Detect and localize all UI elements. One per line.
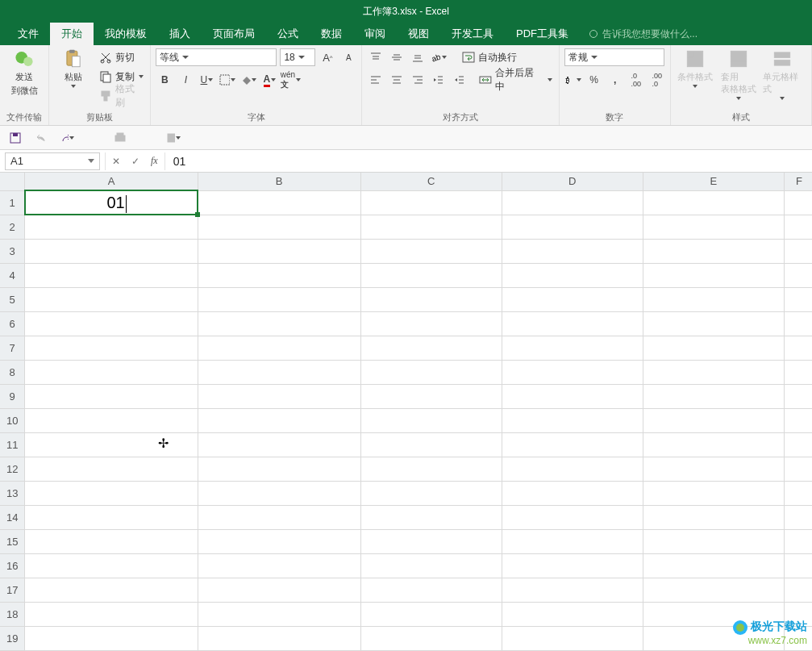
cell[interactable] <box>502 578 643 602</box>
save-button[interactable] <box>8 131 23 145</box>
cell[interactable] <box>643 529 784 553</box>
align-middle-button[interactable] <box>388 48 406 66</box>
confirm-entry-button[interactable]: ✓ <box>131 156 139 167</box>
cut-button[interactable]: 剪切 <box>98 48 146 66</box>
cell[interactable] <box>784 215 812 239</box>
cell[interactable] <box>643 384 784 408</box>
cell[interactable] <box>643 287 784 311</box>
cell[interactable] <box>784 263 812 287</box>
align-right-button[interactable] <box>409 71 427 89</box>
tab-mytemplates[interactable]: 我的模板 <box>94 23 158 45</box>
bold-button[interactable]: B <box>156 71 173 89</box>
name-box[interactable]: A1 <box>5 152 100 170</box>
cell[interactable] <box>198 578 360 602</box>
row-header[interactable]: 3 <box>0 239 25 263</box>
cell[interactable] <box>643 263 784 287</box>
row-header[interactable]: 16 <box>0 553 25 578</box>
cell[interactable] <box>784 529 812 553</box>
cell[interactable] <box>360 553 502 578</box>
cell[interactable] <box>198 215 360 239</box>
cell[interactable] <box>502 553 643 578</box>
cell[interactable] <box>360 626 502 650</box>
formula-input[interactable]: 01 <box>165 155 812 168</box>
cell[interactable] <box>25 432 198 457</box>
cell[interactable] <box>643 505 784 529</box>
row-header[interactable]: 5 <box>0 287 25 311</box>
decrease-font-button[interactable]: A <box>339 48 357 66</box>
row-header[interactable]: 15 <box>0 529 25 553</box>
row-header[interactable]: 18 <box>0 602 25 626</box>
format-as-table-button[interactable]: 套用 表格格式 <box>719 48 758 100</box>
cell[interactable] <box>784 457 812 481</box>
border-button[interactable] <box>219 71 236 89</box>
cell[interactable] <box>360 263 502 287</box>
align-bottom-button[interactable] <box>409 48 427 66</box>
cell[interactable] <box>784 578 812 602</box>
merge-center-button[interactable]: 合并后居中 <box>477 71 553 89</box>
cell[interactable] <box>25 360 198 384</box>
cell[interactable] <box>360 384 502 408</box>
font-color-button[interactable]: A <box>260 71 278 89</box>
cell[interactable] <box>784 360 812 384</box>
cell-styles-button[interactable]: 单元格样式 <box>763 48 802 100</box>
cell[interactable] <box>643 578 784 602</box>
cell[interactable] <box>643 190 784 215</box>
cell[interactable] <box>25 578 198 602</box>
cell[interactable] <box>198 457 360 481</box>
cell[interactable] <box>360 505 502 529</box>
cell[interactable] <box>25 384 198 408</box>
row-header[interactable]: 8 <box>0 360 25 384</box>
qat-extra-button[interactable] <box>166 131 181 145</box>
cell[interactable] <box>360 215 502 239</box>
cell[interactable] <box>360 481 502 505</box>
tab-review[interactable]: 审阅 <box>353 23 397 45</box>
undo-button[interactable] <box>34 131 48 145</box>
cell[interactable] <box>502 215 643 239</box>
tab-pagelayout[interactable]: 页面布局 <box>202 23 266 45</box>
cell[interactable] <box>784 239 812 263</box>
row-header[interactable]: 11 <box>0 432 25 457</box>
cell[interactable] <box>25 336 198 360</box>
cell[interactable] <box>360 336 502 360</box>
cell[interactable] <box>25 239 198 263</box>
italic-button[interactable]: I <box>177 71 194 89</box>
cell[interactable] <box>360 190 502 215</box>
row-header[interactable]: 12 <box>0 457 25 481</box>
col-header-A[interactable]: A <box>25 173 198 190</box>
align-left-button[interactable] <box>367 71 385 89</box>
cell[interactable] <box>502 360 643 384</box>
row-header[interactable]: 4 <box>0 263 25 287</box>
cell[interactable] <box>198 432 360 457</box>
redo-button[interactable] <box>60 131 74 145</box>
worksheet[interactable]: A B C D E F 1012345678910111213141516171… <box>0 173 812 651</box>
cell[interactable] <box>360 602 502 626</box>
font-size-combo[interactable]: 18 <box>280 48 315 66</box>
col-header-F[interactable]: F <box>784 173 812 190</box>
fx-button[interactable]: fx <box>151 155 158 167</box>
increase-font-button[interactable]: A^ <box>319 48 336 66</box>
cell[interactable] <box>502 481 643 505</box>
cell[interactable] <box>25 287 198 311</box>
cell[interactable] <box>502 626 643 650</box>
cell[interactable] <box>784 311 812 336</box>
cell[interactable] <box>784 384 812 408</box>
cell[interactable] <box>502 263 643 287</box>
cell[interactable] <box>784 505 812 529</box>
cell[interactable] <box>198 408 360 432</box>
cell[interactable] <box>198 263 360 287</box>
cell[interactable] <box>25 626 198 650</box>
cell[interactable] <box>25 505 198 529</box>
print-preview-button[interactable] <box>113 131 127 145</box>
accounting-format-button[interactable]: ₿ <box>564 71 582 89</box>
row-header[interactable]: 7 <box>0 336 25 360</box>
cell[interactable] <box>360 311 502 336</box>
fill-color-button[interactable] <box>239 71 257 89</box>
conditional-format-button[interactable]: 条件格式 <box>676 48 714 88</box>
cell[interactable] <box>360 432 502 457</box>
cell[interactable] <box>360 360 502 384</box>
paste-button[interactable]: 粘贴 <box>54 48 93 88</box>
wrap-text-button[interactable]: 自动换行 <box>460 48 518 66</box>
decrease-decimal-button[interactable]: .00.0 <box>648 71 666 89</box>
select-all-corner[interactable] <box>0 173 25 190</box>
cell[interactable] <box>198 505 360 529</box>
